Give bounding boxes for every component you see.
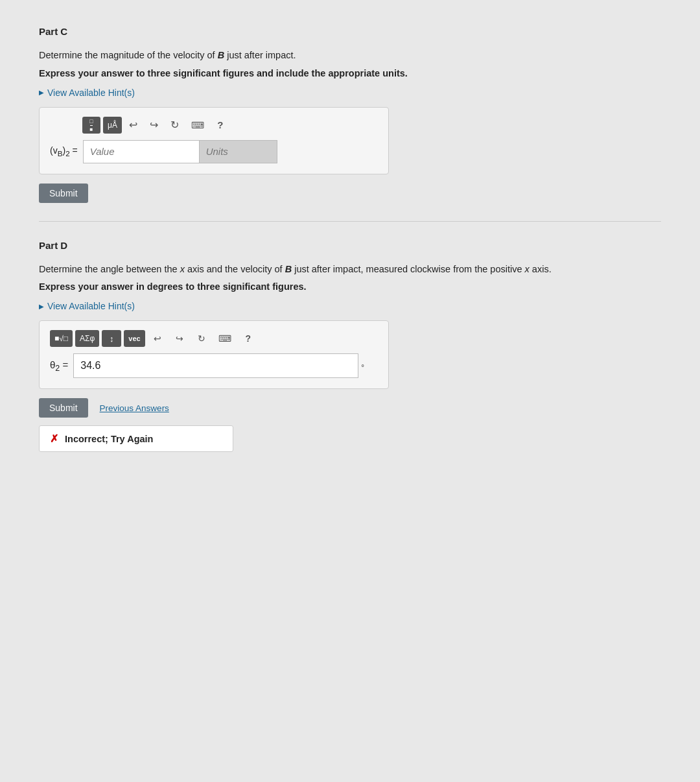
part-d-b-var: B: [285, 264, 292, 274]
part-c-section: Part C Determine the magnitude of the ve…: [39, 26, 661, 203]
part-d-text4: axis.: [530, 264, 552, 274]
part-c-instruction1: Determine the magnitude of the velocity …: [39, 49, 661, 63]
part-d-text3: just after impact, measured clockwise fr…: [292, 264, 524, 274]
part-d-answer-input[interactable]: [73, 353, 358, 378]
refresh-button[interactable]: ↻: [166, 117, 184, 134]
section-divider: [39, 221, 661, 222]
part-d-x-var: x: [180, 264, 185, 274]
incorrect-label: Incorrect; Try Again: [65, 434, 153, 444]
part-c-answer-box: □ ■ μÅ ↩ ↪ ↻ ⌨: [39, 107, 389, 174]
part-c-toolbar: □ ■ μÅ ↩ ↪ ↻ ⌨: [50, 117, 378, 134]
part-c-instruction2: Express your answer to three significant…: [39, 67, 661, 81]
keyboard-icon: ⌨: [218, 333, 231, 344]
part-d-keyboard-button[interactable]: ⌨: [214, 330, 236, 347]
part-c-input-row: (vB)2 =: [50, 140, 378, 163]
part-d-theta-label: θ2 =: [50, 359, 68, 373]
part-d-redo-button[interactable]: ↪: [170, 330, 189, 347]
part-c-input-label: (vB)2 =: [50, 145, 78, 158]
part-d-instruction1: Determine the angle between the x axis a…: [39, 263, 661, 277]
redo-icon: ↪: [150, 119, 158, 131]
sqrt-icon: ■√□: [54, 334, 68, 343]
incorrect-x-icon: ✗: [50, 432, 58, 445]
part-d-input-row: θ2 = °: [50, 353, 378, 378]
undo-icon: ↩: [154, 333, 161, 344]
part-d-text2: axis and the velocity of: [185, 264, 285, 274]
part-d-section: Part D Determine the angle between the x…: [39, 240, 661, 453]
redo-button[interactable]: ↪: [145, 117, 163, 134]
degree-symbol: °: [361, 363, 364, 372]
sigma-button[interactable]: ΑΣφ: [75, 330, 99, 347]
part-d-submit-button[interactable]: Submit: [39, 398, 88, 418]
part-d-hint-toggle[interactable]: View Available Hint(s): [39, 301, 661, 311]
refresh-icon: ↻: [198, 333, 205, 344]
undo-button[interactable]: ↩: [124, 117, 143, 134]
help-icon: ?: [217, 119, 223, 130]
help-button[interactable]: ?: [211, 117, 229, 134]
part-d-label: Part D: [39, 240, 661, 251]
part-d-submit-row: Submit Previous Answers: [39, 398, 661, 418]
part-c-submit-button[interactable]: Submit: [39, 184, 88, 203]
redo-icon: ↪: [176, 333, 183, 344]
sort-button[interactable]: ↕: [102, 330, 121, 347]
fraction-button[interactable]: □ ■: [82, 117, 100, 134]
mu-a-button[interactable]: μÅ: [103, 117, 122, 134]
part-c-units-input[interactable]: [200, 140, 277, 163]
part-d-text1: Determine the angle between the: [39, 264, 180, 274]
refresh-icon: ↻: [170, 119, 179, 131]
part-d-help-button[interactable]: ?: [239, 330, 258, 347]
part-d-prev-answers-link[interactable]: Previous Answers: [100, 403, 169, 413]
part-c-variable-b: B: [218, 50, 224, 60]
keyboard-icon: ⌨: [191, 120, 204, 130]
help-icon: ?: [245, 333, 251, 344]
fraction-icon: □ ■: [89, 118, 93, 132]
mu-a-icon: μÅ: [108, 121, 117, 130]
part-d-answer-box: ■√□ ΑΣφ ↕ vec ↩ ↪ ↻: [39, 320, 389, 389]
keyboard-button[interactable]: ⌨: [187, 117, 209, 134]
part-d-instruction2-text: Express your answer in degrees to three …: [39, 281, 307, 292]
part-c-value-input[interactable]: [83, 140, 200, 163]
sigma-icon: ΑΣφ: [80, 334, 95, 343]
part-c-instruction2-text: Express your answer to three significant…: [39, 68, 408, 78]
sort-icon: ↕: [110, 334, 114, 344]
vec-label: vec: [128, 335, 140, 342]
part-c-instruction1-end: just after impact.: [224, 50, 296, 60]
part-c-hint-toggle[interactable]: View Available Hint(s): [39, 88, 661, 98]
sqrt-button[interactable]: ■√□: [50, 330, 73, 347]
undo-icon: ↩: [129, 119, 137, 131]
part-d-refresh-button[interactable]: ↻: [192, 330, 211, 347]
vec-button[interactable]: vec: [124, 330, 145, 347]
part-d-incorrect-box: ✗ Incorrect; Try Again: [39, 425, 233, 452]
part-c-instruction1-text: Determine the magnitude of the velocity …: [39, 50, 218, 60]
part-d-instruction2: Express your answer in degrees to three …: [39, 280, 661, 294]
part-d-undo-button[interactable]: ↩: [148, 330, 167, 347]
part-d-x2-var: x: [525, 264, 530, 274]
part-d-toolbar: ■√□ ΑΣφ ↕ vec ↩ ↪ ↻: [50, 330, 378, 347]
part-c-label: Part C: [39, 26, 661, 37]
